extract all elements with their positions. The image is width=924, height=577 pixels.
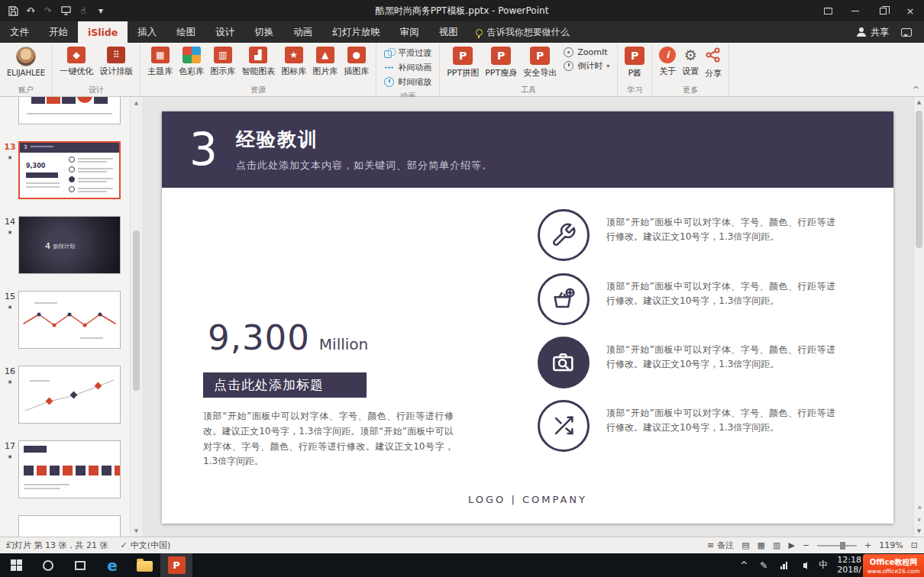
taskbar-clock[interactable]: 12:18 2018/ xyxy=(834,556,864,575)
slide-number-status[interactable]: 幻灯片 第 13 张，共 21 张 xyxy=(6,540,108,551)
tab-slideshow[interactable]: 幻灯片放映 xyxy=(322,21,390,43)
slide-header-title[interactable]: 经验教训 xyxy=(236,127,493,152)
thumbnail-slide-14[interactable]: 14★ 4阶段计划 xyxy=(2,216,127,274)
thumbnail-slide-12[interactable]: 12★ xyxy=(2,97,127,124)
diagram-library-button[interactable]: ▥ 图示库 xyxy=(207,44,238,77)
illustration-library-button[interactable]: ● 插图库 xyxy=(341,44,372,77)
safe-export-button[interactable]: P 安全导出 xyxy=(520,44,560,79)
task-view-button[interactable] xyxy=(64,553,96,577)
slide-header-number[interactable]: 3 xyxy=(189,127,218,172)
theme-library-button[interactable]: ▦ 主题库 xyxy=(144,44,176,77)
ppt-puzzle-button[interactable]: P PPT拼图 xyxy=(444,44,482,79)
countdown-button[interactable]: 倒计时▾ xyxy=(561,60,612,73)
notes-toggle[interactable]: ≡备注 xyxy=(707,540,734,551)
tray-expand-icon[interactable]: ^ xyxy=(735,553,753,577)
tween-animation-button[interactable]: 补间动画 xyxy=(382,61,434,74)
thumbnail-slide-18[interactable] xyxy=(2,515,127,537)
thumbnail-scrollbar[interactable]: ▲ ▼ xyxy=(130,97,142,537)
tab-draw[interactable]: 绘图 xyxy=(166,21,205,43)
color-library-button[interactable]: 色彩库 xyxy=(176,44,207,77)
zoom-level[interactable]: 119% xyxy=(879,540,903,550)
account-button[interactable]: ELIJAHLEE xyxy=(4,44,48,77)
scrollbar-thumb[interactable] xyxy=(916,111,922,248)
file-explorer-taskbar-button[interactable] xyxy=(128,553,160,577)
smooth-transition-button[interactable]: 平滑过渡 xyxy=(382,47,434,60)
tab-insert[interactable]: 插入 xyxy=(128,21,166,43)
list-item[interactable]: 顶部“开始”面板中可以对字体、字号、颜色、行距等进行修改。建议正文10号字，1.… xyxy=(538,400,835,452)
ppt-slim-button[interactable]: P PPT瘦身 xyxy=(482,44,520,79)
tab-design[interactable]: 设计 xyxy=(205,21,244,43)
collapse-ribbon-button[interactable]: ^ xyxy=(913,85,919,95)
design-layout-button[interactable]: ⠿ 设计排版 xyxy=(96,44,136,77)
scrollbar-thumb[interactable] xyxy=(133,230,140,391)
thumbnail-slide-15[interactable]: 15★ xyxy=(2,291,127,349)
ribbon-display-options-icon[interactable] xyxy=(814,0,842,21)
slide-scrollbar[interactable]: ▲ » » ▼ xyxy=(913,97,924,537)
slide-header-subtitle[interactable]: 点击此处添加文本内容，如关键词、部分简单介绍等。 xyxy=(236,159,493,172)
slide-title-box[interactable]: 点击此处添加标题 xyxy=(203,372,367,398)
icon-library-button[interactable]: ★ 图标库 xyxy=(278,44,309,77)
share-tool-button[interactable]: 分享 xyxy=(702,44,725,79)
pen-workspace-icon[interactable]: ✎ xyxy=(754,553,773,577)
list-item[interactable]: 顶部“开始”面板中可以对字体、字号、颜色、行距等进行修改。建议正文10号字，1.… xyxy=(538,273,835,325)
p-jiang-button[interactable]: P P酱 xyxy=(622,44,648,79)
save-icon[interactable] xyxy=(5,2,21,19)
one-key-optimize-button[interactable]: ◆ 一键优化 xyxy=(57,44,96,77)
normal-view-icon[interactable]: ▤ xyxy=(741,540,749,550)
tab-transitions[interactable]: 切换 xyxy=(244,21,283,43)
smart-chart-button[interactable]: ▟ 智能图表 xyxy=(238,44,278,77)
restore-button[interactable] xyxy=(869,0,897,21)
slide-body-text[interactable]: 顶部“开始”面板中可以对字体、字号、颜色、行距等进行修改。建议正文10号字，1.… xyxy=(203,409,454,469)
about-button[interactable]: i 关于 xyxy=(656,44,679,77)
big-number-block[interactable]: 9,300 Million xyxy=(208,318,368,358)
list-item[interactable]: 顶部“开始”面板中可以对字体、字号、颜色、行距等进行修改。建议正文10号字，1.… xyxy=(538,209,835,261)
scroll-down-icon[interactable]: ▼ xyxy=(131,525,142,537)
powerpoint-taskbar-button[interactable]: P xyxy=(160,553,192,577)
zoom-slider-thumb[interactable] xyxy=(840,542,845,550)
customize-qat-icon[interactable]: ▾ xyxy=(92,2,109,19)
start-from-beginning-icon[interactable] xyxy=(57,2,74,19)
slide-sorter-view-icon[interactable]: ▦ xyxy=(758,540,765,550)
zoom-slider[interactable] xyxy=(817,545,857,546)
tell-me-box[interactable]: 告诉我你想要做什么 xyxy=(468,21,577,43)
thumbnail-slide-17[interactable]: 17★ xyxy=(2,440,127,498)
reading-view-icon[interactable]: ▥ xyxy=(773,540,780,550)
zoom-in-icon[interactable]: + xyxy=(864,540,871,550)
comments-icon[interactable] xyxy=(901,28,912,37)
scroll-up-icon[interactable]: ▲ xyxy=(131,97,142,108)
tab-file[interactable]: 文件 xyxy=(0,21,39,43)
previous-slide-icon[interactable]: » xyxy=(913,505,924,510)
language-status[interactable]: ✓中文(中国) xyxy=(120,540,170,551)
picture-library-button[interactable]: ▲ 图片库 xyxy=(309,44,341,77)
start-button[interactable] xyxy=(0,553,32,577)
slide-footer-logo[interactable]: LOGO | COMPANY xyxy=(162,494,893,505)
touch-mouse-mode-icon[interactable]: ☝ xyxy=(75,2,92,19)
share-button[interactable]: 共享 xyxy=(857,26,889,39)
zoom-out-icon[interactable]: − xyxy=(803,540,809,550)
slide-header-band[interactable]: 3 经验教训 点击此处添加文本内容，如关键词、部分简单介绍等。 xyxy=(162,111,893,188)
tab-view[interactable]: 视图 xyxy=(429,21,468,43)
undo-icon[interactable]: ↶▾ xyxy=(22,2,39,19)
settings-button[interactable]: ⚙ 设置 xyxy=(679,44,702,77)
cortana-button[interactable] xyxy=(32,553,64,577)
scroll-up-icon[interactable]: ▲ xyxy=(914,97,924,108)
scroll-down-icon[interactable]: ▼ xyxy=(914,526,924,537)
fit-to-window-icon[interactable]: ⊡ xyxy=(911,540,918,550)
zoomit-button[interactable]: ZoomIt xyxy=(561,47,612,58)
minimize-button[interactable] xyxy=(842,0,869,21)
network-icon[interactable] xyxy=(774,553,793,577)
volume-icon[interactable] xyxy=(794,553,813,577)
tab-islide[interactable]: iSlide xyxy=(78,21,128,43)
slide-canvas[interactable]: 3 经验教训 点击此处添加文本内容，如关键词、部分简单介绍等。 9,300 Mi… xyxy=(162,111,893,524)
ime-indicator[interactable]: 中 xyxy=(814,553,832,577)
close-button[interactable]: × xyxy=(897,0,924,21)
tab-home[interactable]: 开始 xyxy=(39,21,78,43)
thumbnail-slide-16[interactable]: 16★ xyxy=(2,366,127,424)
edge-taskbar-button[interactable]: e xyxy=(96,553,128,577)
tab-animations[interactable]: 动画 xyxy=(283,21,322,43)
slideshow-view-icon[interactable]: ▶ xyxy=(788,540,794,550)
tab-review[interactable]: 审阅 xyxy=(390,21,429,43)
time-zoom-button[interactable]: 时间缩放 xyxy=(382,76,434,89)
next-slide-icon[interactable]: » xyxy=(913,517,924,522)
thumbnail-slide-13[interactable]: 13★ 3 9,300 xyxy=(2,141,127,199)
